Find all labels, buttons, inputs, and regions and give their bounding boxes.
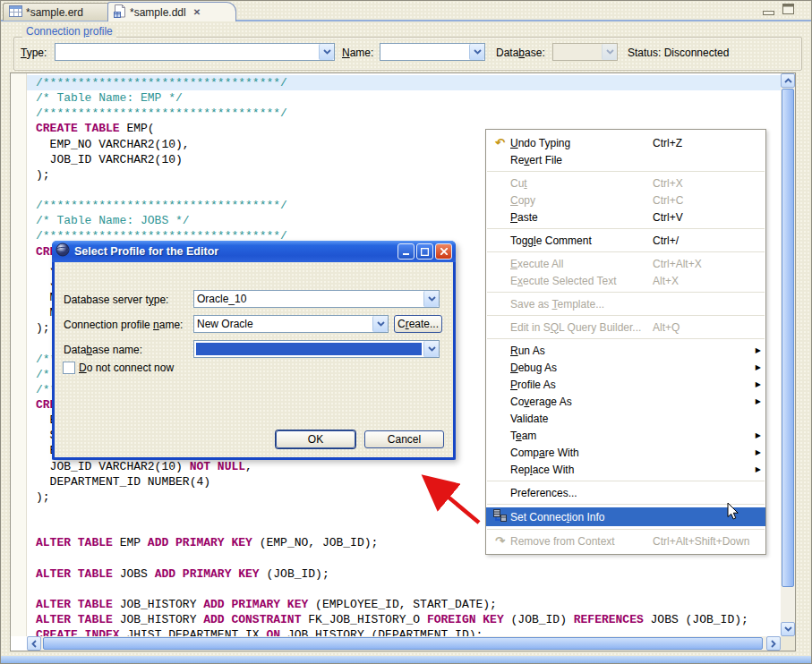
dialog-minimize-icon[interactable] — [397, 243, 415, 260]
connection-profile-group-label: Connection profile — [22, 25, 116, 38]
code-line[interactable]: /**********************************/ — [27, 106, 781, 121]
scroll-down-icon[interactable] — [781, 622, 795, 636]
scroll-right-icon[interactable] — [766, 636, 781, 651]
code-line[interactable] — [27, 582, 781, 597]
menu-separator — [486, 168, 765, 175]
menu-item-replace-with[interactable]: Replace With▶ — [486, 461, 765, 478]
menu-item-shortcut: Ctrl+/ — [653, 234, 750, 247]
menu-item-shortcut: Ctrl+Z — [653, 137, 750, 149]
tab-sample-ddl[interactable]: *sample.ddl ✕ — [107, 2, 236, 21]
db-name-label: Database name: — [64, 344, 142, 356]
submenu-arrow-icon: ▶ — [750, 465, 761, 473]
dialog-title: Select Profile for the Editor — [74, 245, 396, 258]
menu-item-paste[interactable]: PasteCtrl+V — [486, 209, 765, 226]
chevron-down-icon[interactable] — [372, 316, 388, 332]
menu-item-undo-typing[interactable]: ↶Undo TypingCtrl+Z — [486, 134, 765, 151]
menu-item-label: Copy — [510, 194, 653, 207]
menu-item-label: Toggle Comment — [510, 234, 653, 247]
menu-item-cut: CutCtrl+X — [486, 175, 765, 192]
menu-separator — [486, 501, 765, 507]
scroll-left-icon[interactable] — [27, 636, 41, 651]
menu-item-run-as[interactable]: Run As▶ — [486, 342, 765, 359]
code-line[interactable]: ALTER TABLE JOB_HISTORY ADD CONSTRAINT F… — [27, 612, 781, 627]
menu-separator — [486, 312, 765, 319]
close-icon[interactable]: ✕ — [193, 7, 201, 17]
menu-item-shortcut: Alt+X — [653, 275, 750, 287]
server-type-label: Database server type: — [64, 294, 168, 306]
submenu-arrow-icon: ▶ — [750, 380, 761, 388]
context-menu: ↶Undo TypingCtrl+ZRevert FileCutCtrl+XCo… — [485, 129, 766, 555]
menu-item-label: Execute All — [510, 258, 653, 270]
code-line[interactable]: ALTER TABLE JOBS ADD PRIMARY KEY (JOB_ID… — [27, 566, 781, 582]
menu-item-compare-with[interactable]: Compare With▶ — [486, 444, 765, 461]
type-label: Type: — [21, 47, 47, 59]
tab-sample-erd[interactable]: *sample.erd — [3, 3, 117, 21]
dialog-maximize-icon[interactable] — [416, 243, 433, 260]
create-button[interactable]: Create... — [394, 315, 442, 333]
chevron-down-icon[interactable] — [423, 341, 439, 357]
menu-item-remove-from-context: ↷Remove from ContextCtrl+Alt+Shift+Down — [486, 532, 765, 549]
submenu-arrow-icon: ▶ — [750, 397, 761, 405]
menu-item-preferences[interactable]: Preferences... — [486, 484, 765, 501]
cancel-button[interactable]: Cancel — [364, 430, 444, 448]
menu-item-shortcut: Ctrl+V — [653, 211, 750, 224]
menu-item-shortcut: Ctrl+C — [653, 194, 750, 207]
menu-separator — [486, 226, 765, 232]
code-line[interactable]: /**********************************/ — [27, 75, 781, 90]
ok-button[interactable]: OK — [276, 430, 355, 448]
db-name-combo[interactable] — [193, 340, 440, 358]
code-line[interactable]: CREATE INDEX JHIST_DEPARTMENT_IX ON JOB_… — [27, 627, 781, 636]
menu-item-label: Revert File — [510, 154, 653, 166]
menu-item-label: Undo Typing — [510, 137, 653, 149]
menu-item-label: Cut — [510, 177, 653, 190]
vertical-scrollbar[interactable] — [781, 73, 795, 636]
scroll-up-icon[interactable] — [781, 73, 795, 88]
chevron-down-icon[interactable] — [469, 44, 484, 60]
menu-item-label: Edit in SQL Query Builder... — [510, 321, 653, 334]
dialog-titlebar[interactable]: Select Profile for the Editor — [52, 241, 456, 262]
vertical-scroll-thumb[interactable] — [782, 89, 794, 587]
profile-name-combo[interactable]: New Oracle — [193, 315, 389, 333]
menu-item-label: Save as Template... — [510, 298, 653, 311]
menu-item-validate[interactable]: Validate — [486, 410, 765, 427]
menu-item-coverage-as[interactable]: Coverage As▶ — [486, 393, 765, 410]
menu-item-shortcut: Ctrl+X — [653, 177, 750, 190]
code-line[interactable]: /* Table Name: EMP */ — [27, 90, 781, 106]
tab-label: *sample.erd — [26, 6, 83, 19]
application-window: *sample.erd *sample.ddl ✕ Connection pro… — [0, 0, 812, 664]
type-combo[interactable] — [55, 43, 335, 61]
menu-item-shortcut: Ctrl+Alt+Shift+Down — [653, 535, 750, 548]
menu-item-label: Compare With — [510, 447, 653, 459]
menu-item-execute-all: Execute AllCtrl+Alt+X — [486, 255, 765, 272]
menu-item-toggle-comment[interactable]: Toggle CommentCtrl+/ — [486, 232, 765, 249]
menu-item-label: Run As — [510, 345, 653, 357]
do-not-connect-checkbox[interactable] — [63, 362, 75, 374]
database-label: Database: — [496, 47, 545, 59]
submenu-arrow-icon: ▶ — [750, 431, 761, 439]
chevron-down-icon[interactable] — [319, 44, 334, 60]
menu-item-team[interactable]: Team▶ — [486, 427, 765, 444]
horizontal-scrollbar[interactable] — [27, 636, 781, 651]
select-profile-dialog: Select Profile for the Editor Database s… — [52, 241, 456, 460]
menu-item-label: Team — [510, 430, 653, 442]
dialog-app-icon — [56, 243, 70, 260]
dialog-close-icon[interactable] — [435, 243, 452, 260]
server-type-combo[interactable]: Oracle_10 — [193, 290, 440, 308]
menu-item-revert-file[interactable]: Revert File — [486, 151, 765, 168]
menu-item-set-connection-info[interactable]: Set Connection Info — [486, 507, 765, 526]
maximize-view-icon[interactable] — [782, 3, 795, 19]
chevron-down-icon[interactable] — [423, 291, 439, 307]
name-combo[interactable] — [380, 43, 485, 61]
remove-from-context-icon: ↷ — [490, 534, 510, 548]
menu-separator — [486, 478, 765, 484]
menu-item-label: Remove from Context — [510, 535, 653, 548]
menu-item-label: Preferences... — [510, 487, 653, 499]
menu-separator — [486, 289, 765, 295]
code-line[interactable]: ALTER TABLE JOB_HISTORY ADD PRIMARY KEY … — [27, 597, 781, 612]
menu-item-profile-as[interactable]: Profile As▶ — [486, 376, 765, 393]
minimize-view-icon[interactable] — [763, 4, 775, 21]
do-not-connect-label: Do not connect now — [79, 362, 174, 374]
menu-item-debug-as[interactable]: Debug As▶ — [486, 359, 765, 376]
menu-item-save-as-template: Save as Template... — [486, 295, 765, 312]
horizontal-scroll-thumb[interactable] — [43, 637, 763, 650]
